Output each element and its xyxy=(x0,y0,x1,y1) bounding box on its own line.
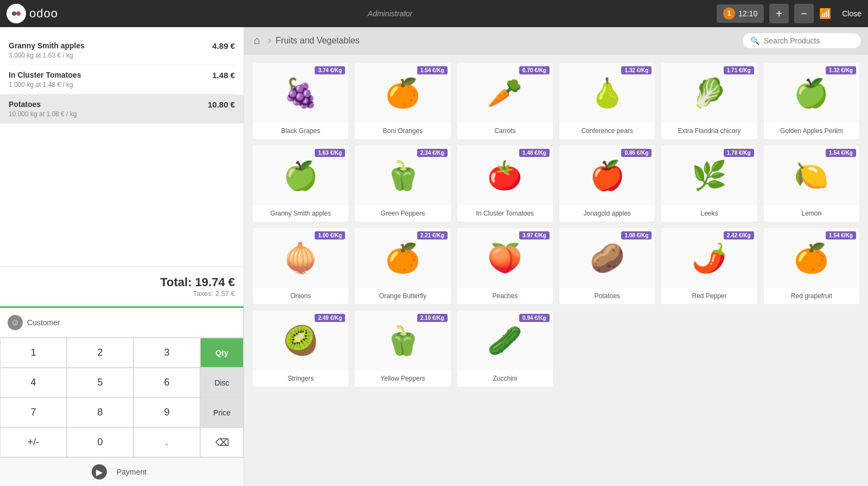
product-card[interactable]: 2.34 €/Kg 🫑 Green Peppers xyxy=(355,146,450,222)
key-0[interactable]: 0 xyxy=(67,427,133,457)
product-emoji: 🍐 xyxy=(590,79,625,107)
key-8[interactable]: 8 xyxy=(67,397,133,427)
key-5[interactable]: 5 xyxy=(67,368,133,397)
price-badge: 3.97 €/Kg xyxy=(519,231,550,239)
key-+/-[interactable]: +/- xyxy=(0,427,67,457)
product-name: Golden Apples Perlim xyxy=(764,123,859,139)
customer-button[interactable]: ☺ Customer xyxy=(0,308,244,338)
key-6[interactable]: 6 xyxy=(133,368,200,397)
remove-order-button[interactable]: − xyxy=(794,4,814,23)
product-image-area: 3.74 €/Kg 🍇 xyxy=(253,63,348,123)
product-card[interactable]: 1.54 €/Kg 🍋 Lemon xyxy=(764,146,859,222)
product-card[interactable]: 1.54 €/Kg 🍊 Red grapefruit xyxy=(764,228,859,304)
product-card[interactable]: 2.10 €/Kg 🫑 Yellow Peppers xyxy=(355,311,450,387)
product-emoji: 🍇 xyxy=(283,79,318,107)
admin-label: Administrator xyxy=(69,9,711,18)
order-items: Granny Smith apples 3.000 kg at 1.63 € /… xyxy=(0,27,244,266)
price-badge: 1.32 €/Kg xyxy=(826,66,856,74)
backspace-button[interactable]: ⌫ xyxy=(200,427,244,457)
key-9[interactable]: 9 xyxy=(133,397,200,427)
key-.[interactable]: . xyxy=(133,427,200,457)
product-card[interactable]: 1.54 €/Kg 🍊 Boni Oranges xyxy=(355,63,450,139)
key-3[interactable]: 3 xyxy=(133,338,200,368)
product-emoji: 🥔 xyxy=(590,244,625,272)
key-2[interactable]: 2 xyxy=(67,338,133,368)
svg-point-0 xyxy=(12,11,16,16)
product-card[interactable]: 2.49 €/Kg 🥝 Stringers xyxy=(253,311,348,387)
product-card[interactable]: 0.70 €/Kg 🥕 Carrots xyxy=(457,63,553,139)
search-input[interactable] xyxy=(764,36,853,45)
odoo-logo: odoo xyxy=(7,4,58,23)
product-card[interactable]: 1.32 €/Kg 🍏 Golden Apples Perlim xyxy=(764,63,859,139)
price-badge: 2.21 €/Kg xyxy=(417,231,448,239)
product-card[interactable]: 1.32 €/Kg 🍐 Conference pears xyxy=(559,63,655,139)
order-item-name: Potatoes xyxy=(9,100,76,109)
payment-button[interactable]: Payment xyxy=(111,462,152,482)
price-badge: 2.10 €/Kg xyxy=(417,314,448,322)
product-card[interactable]: 2.21 €/Kg 🍊 Orange Butterfly xyxy=(355,228,450,304)
price-badge: 1.32 €/Kg xyxy=(621,66,652,74)
product-card[interactable]: 1.00 €/Kg 🧅 Onions xyxy=(253,228,348,304)
key-1[interactable]: 1 xyxy=(0,338,67,368)
disc-button[interactable]: Disc xyxy=(200,368,244,397)
product-card[interactable]: 1.78 €/Kg 🌿 Leeks xyxy=(661,146,757,222)
order-item[interactable]: Potatoes 10.000 kg at 1.08 € / kg 10.80 … xyxy=(0,94,244,124)
search-bar: 🔍 xyxy=(742,33,861,49)
product-name: Black Grapes xyxy=(253,123,348,139)
product-card[interactable]: 3.97 €/Kg 🍑 Peaches xyxy=(457,228,553,304)
product-card[interactable]: 0.86 €/Kg 🍎 Jonagold apples xyxy=(559,146,655,222)
product-image-area: 1.63 €/Kg 🍏 xyxy=(253,146,348,205)
close-button[interactable]: Close xyxy=(842,9,861,18)
total-amount: Total: 19.74 € xyxy=(9,275,235,289)
price-badge: 0.94 €/Kg xyxy=(519,314,550,322)
product-card[interactable]: 1.08 €/Kg 🥔 Potatoes xyxy=(559,228,655,304)
category-label: Fruits and Vegetables xyxy=(276,36,360,46)
order-item-price: 1.48 € xyxy=(212,71,235,80)
price-badge: 1.63 €/Kg xyxy=(315,149,345,157)
tax-amount: Taxes: 2.57 € xyxy=(9,289,235,298)
add-order-button[interactable]: + xyxy=(769,4,789,23)
home-button[interactable]: ⌂ xyxy=(251,31,264,50)
product-name: Yellow Peppers xyxy=(355,370,450,387)
product-card[interactable]: 3.74 €/Kg 🍇 Black Grapes xyxy=(253,63,348,139)
product-card[interactable]: 2.42 €/Kg 🌶️ Red Pepper xyxy=(661,228,757,304)
qty-button[interactable]: Qty xyxy=(200,338,244,368)
price-badge: 3.74 €/Kg xyxy=(315,66,345,74)
product-name: Extra Flandria chicory xyxy=(661,123,757,139)
product-emoji: 🧅 xyxy=(283,244,318,272)
product-emoji: 🫑 xyxy=(385,326,420,355)
product-emoji: 🥬 xyxy=(692,79,727,107)
product-emoji: 🍋 xyxy=(794,161,829,190)
payment-icon: ▶ xyxy=(92,464,107,479)
key-7[interactable]: 7 xyxy=(0,397,67,427)
product-card[interactable]: 1.71 €/Kg 🥬 Extra Flandria chicory xyxy=(661,63,757,139)
product-name: Boni Oranges xyxy=(355,123,450,139)
category-divider: › xyxy=(268,35,271,46)
main-area: Granny Smith apples 3.000 kg at 1.63 € /… xyxy=(0,27,868,486)
price-badge: 1.54 €/Kg xyxy=(417,66,448,74)
session-button[interactable]: 1 12:10 xyxy=(717,4,764,23)
product-emoji: 🍎 xyxy=(590,161,625,190)
order-item[interactable]: Granny Smith apples 3.000 kg at 1.63 € /… xyxy=(9,36,235,65)
product-name: Onions xyxy=(253,288,348,304)
product-emoji: 🍅 xyxy=(487,161,522,190)
product-emoji: 🍏 xyxy=(283,161,318,190)
product-card[interactable]: 1.63 €/Kg 🍏 Granny Smith apples xyxy=(253,146,348,222)
product-image-area: 1.00 €/Kg 🧅 xyxy=(253,228,348,288)
product-emoji: 🥒 xyxy=(487,326,522,355)
right-panel: ⌂ › Fruits and Vegetables 🔍 3.74 €/Kg 🍇 … xyxy=(244,27,868,486)
product-image-area: 1.32 €/Kg 🍐 xyxy=(559,63,655,123)
product-card[interactable]: 1.48 €/Kg 🍅 In Cluster Tomatoes xyxy=(457,146,553,222)
product-card[interactable]: 0.94 €/Kg 🥒 Zucchini xyxy=(457,311,553,387)
product-image-area: 0.94 €/Kg 🥒 xyxy=(457,311,553,370)
product-emoji: 🫑 xyxy=(385,161,420,190)
order-item[interactable]: In Cluster Tomatoes 1.000 kg at 1.48 € /… xyxy=(9,65,235,94)
key-4[interactable]: 4 xyxy=(0,368,67,397)
product-name: Green Peppers xyxy=(355,205,450,222)
order-item-price: 4.89 € xyxy=(212,41,235,51)
price-button[interactable]: Price xyxy=(200,397,244,427)
price-badge: 1.78 €/Kg xyxy=(724,149,754,157)
product-name: Peaches xyxy=(457,288,553,304)
product-image-area: 1.78 €/Kg 🌿 xyxy=(661,146,757,205)
product-emoji: 🥕 xyxy=(487,79,522,107)
